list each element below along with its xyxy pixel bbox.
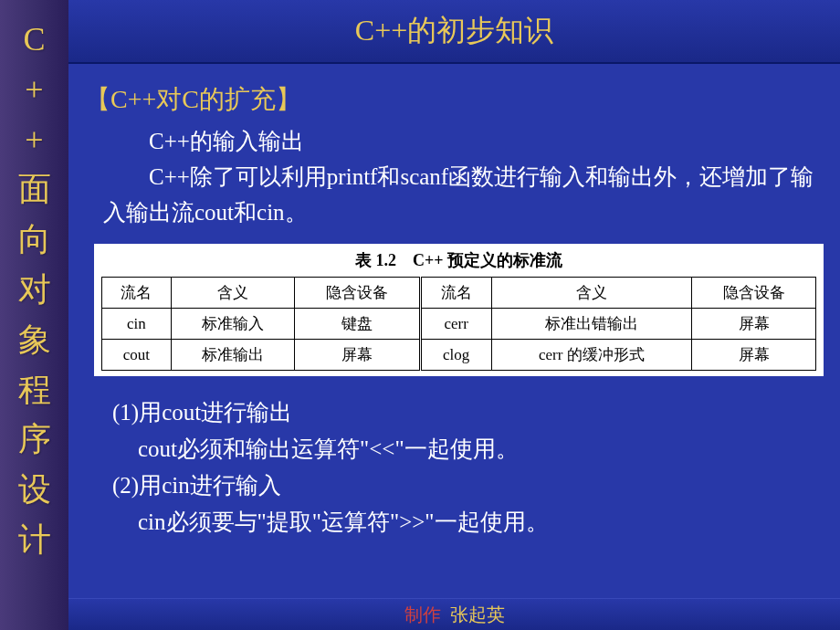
footer: 制作 张起英 <box>68 598 840 630</box>
table-header-row: 流名 含义 隐含设备 流名 含义 隐含设备 <box>102 278 816 309</box>
content-area: 【C++对C的扩充】 C++的输入输出 C++除了可以利用printf和scan… <box>68 64 840 598</box>
sidebar-char: C <box>23 18 45 61</box>
point-2: (2)用cin进行输入 <box>112 467 824 504</box>
sidebar-char: 面 <box>18 168 51 211</box>
table-caption: 表 1.2 C++ 预定义的标准流 <box>101 249 816 277</box>
table-cell: clog <box>420 340 491 371</box>
point-2-sub: cin必须要与"提取"运算符">>"一起使用。 <box>138 504 824 541</box>
point-1: (1)用cout进行输出 <box>112 394 824 431</box>
main-area: C++的初步知识 【C++对C的扩充】 C++的输入输出 C++除了可以利用pr… <box>68 0 840 630</box>
points-list: (1)用cout进行输出 cout必须和输出运算符"<<"一起使用。 (2)用c… <box>112 394 824 541</box>
table-cell: 屏幕 <box>295 340 420 371</box>
table-header: 流名 <box>102 278 172 309</box>
table-header: 含义 <box>491 278 692 309</box>
body-line-2: C++除了可以利用printf和scanf函数进行输入和输出外，还增加了输入输出… <box>103 160 824 231</box>
table-cell: 标准输出 <box>171 340 295 371</box>
page-title: C++的初步知识 <box>355 11 553 51</box>
table-cell: 屏幕 <box>692 309 816 340</box>
sidebar-char: 计 <box>18 519 51 562</box>
table-cell: cerr 的缓冲形式 <box>491 340 692 371</box>
sidebar-char: 向 <box>18 218 51 261</box>
point-1-sub: cout必须和输出运算符"<<"一起使用。 <box>138 431 824 467</box>
table-header: 流名 <box>420 278 491 309</box>
table-cell: cin <box>102 309 172 340</box>
sidebar-char: 程 <box>18 369 51 412</box>
streams-table: 流名 含义 隐含设备 流名 含义 隐含设备 cin 标准输入 键盘 cerr 标 <box>101 277 816 371</box>
sidebar-char: 对 <box>18 268 51 311</box>
table-header: 含义 <box>171 278 295 309</box>
sidebar-char: 序 <box>18 418 51 461</box>
table-row: cout 标准输出 屏幕 clog cerr 的缓冲形式 屏幕 <box>102 340 816 371</box>
table-cell: 标准出错输出 <box>491 309 692 340</box>
sidebar-char: + <box>25 68 43 111</box>
table-cell: cout <box>102 340 172 371</box>
table-header: 隐含设备 <box>692 278 816 309</box>
table-row: cin 标准输入 键盘 cerr 标准出错输出 屏幕 <box>102 309 816 340</box>
sidebar-char: 设 <box>18 468 51 511</box>
title-bar: C++的初步知识 <box>68 0 840 64</box>
body-line-1: C++的输入输出 <box>103 124 824 160</box>
sidebar-char: + <box>25 119 43 162</box>
section-header: 【C++对C的扩充】 <box>85 82 824 117</box>
table-container: 表 1.2 C++ 预定义的标准流 流名 含义 隐含设备 流名 含义 隐含设备 … <box>94 244 824 376</box>
sidebar: C + + 面 向 对 象 程 序 设 计 <box>0 0 68 630</box>
table-header: 隐含设备 <box>295 278 420 309</box>
table-cell: cerr <box>420 309 491 340</box>
footer-author: 张起英 <box>450 603 505 627</box>
table-cell: 键盘 <box>295 309 420 340</box>
table-cell: 标准输入 <box>171 309 295 340</box>
table-cell: 屏幕 <box>692 340 816 371</box>
sidebar-char: 象 <box>18 319 51 362</box>
footer-label: 制作 <box>404 603 441 627</box>
